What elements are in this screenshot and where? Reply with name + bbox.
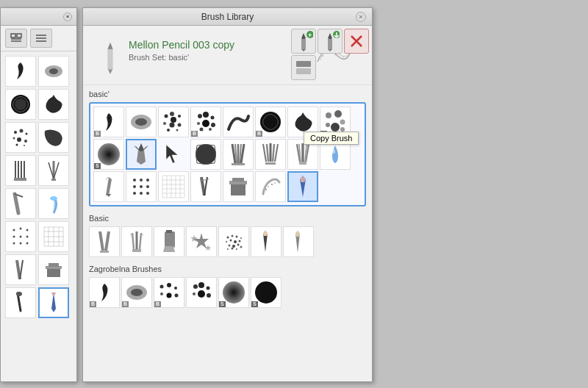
sidebar-brush-item[interactable] [5, 221, 36, 252]
sidebar-brush-item[interactable] [5, 89, 36, 120]
svg-point-181 [207, 293, 211, 298]
brush-item-selected[interactable] [126, 139, 157, 170]
brush-item[interactable] [223, 139, 254, 170]
brush-badge: B [256, 131, 262, 137]
sidebar-brush-item[interactable] [38, 221, 69, 252]
svg-point-113 [146, 192, 149, 195]
brush-item[interactable]: S [93, 139, 124, 170]
brush-badge: B [90, 301, 96, 307]
brush-item[interactable] [126, 171, 157, 202]
brush-item[interactable] [190, 139, 221, 170]
sidebar-brush-item[interactable] [5, 254, 36, 285]
brush-item[interactable]: B B [93, 107, 124, 137]
svg-rect-23 [14, 178, 26, 181]
brush-item[interactable] [283, 226, 314, 257]
svg-point-110 [146, 185, 149, 188]
import-button[interactable] [318, 29, 343, 54]
svg-point-45 [16, 292, 22, 296]
brush-item[interactable]: S [251, 277, 282, 308]
svg-point-18 [24, 145, 25, 146]
sidebar-close-button[interactable]: × [63, 12, 72, 21]
brush-item[interactable] [158, 171, 189, 202]
brush-item[interactable] [121, 226, 152, 257]
brush-set-name-basic-prime: basic' [89, 88, 366, 100]
svg-point-83 [211, 116, 215, 120]
svg-point-77 [178, 123, 182, 127]
flatten-button[interactable] [291, 55, 316, 80]
sidebar-brush-item[interactable] [5, 122, 36, 153]
brush-set-label: Brush Set: basic' [129, 53, 304, 62]
sidebar-brush-item[interactable] [5, 287, 36, 318]
brush-item[interactable] [186, 277, 217, 308]
svg-rect-125 [232, 178, 244, 182]
sidebar-title-bar: × [1, 8, 76, 26]
sidebar-brush-item[interactable] [38, 89, 69, 120]
svg-point-160 [232, 245, 235, 248]
svg-point-158 [239, 240, 241, 242]
brush-set-section-basic-prime: basic' B B [89, 88, 366, 206]
sidebar-layout-tool-1[interactable] [5, 29, 27, 48]
svg-rect-0 [11, 34, 15, 37]
brush-item[interactable]: B [154, 277, 184, 308]
add-set-button[interactable]: + [291, 29, 316, 54]
sidebar-brush-item-selected[interactable] [38, 287, 69, 318]
svg-point-71 [135, 118, 147, 126]
brush-set-section-zagrobelna: Zagrobelna Brushes B B [89, 263, 366, 308]
svg-marker-56 [301, 49, 306, 51]
delete-set-button[interactable] [344, 29, 369, 54]
brush-item[interactable] [223, 171, 254, 202]
brush-item-pencil-selected[interactable] [287, 171, 318, 202]
sidebar-brush-item[interactable] [5, 56, 36, 87]
svg-point-170 [160, 285, 164, 289]
svg-point-16 [24, 140, 27, 143]
sidebar-brush-item[interactable] [5, 188, 36, 219]
svg-point-15 [17, 137, 21, 142]
brush-item[interactable] [186, 226, 217, 257]
brush-item[interactable] [154, 226, 184, 257]
brush-item[interactable]: B [89, 277, 120, 308]
sidebar-brush-item[interactable] [38, 155, 69, 186]
svg-point-127 [268, 186, 269, 187]
brush-item[interactable] [255, 139, 286, 170]
brush-item[interactable] [255, 171, 286, 202]
svg-point-172 [174, 287, 177, 290]
brush-name: Mellon Pencil 003 copy [129, 39, 304, 51]
sidebar-layout-tool-2[interactable] [30, 29, 52, 48]
sidebar-brush-item[interactable] [38, 122, 69, 153]
svg-point-87 [200, 128, 204, 132]
svg-point-128 [271, 184, 273, 185]
brush-item[interactable] [223, 107, 254, 137]
sidebar-brush-item[interactable] [38, 254, 69, 285]
brush-set-name-zagrobelna: Zagrobelna Brushes [89, 263, 366, 275]
brush-item[interactable]: B [255, 107, 286, 137]
svg-point-95 [331, 123, 340, 132]
brush-item[interactable] [93, 171, 124, 202]
brush-item[interactable] [251, 226, 282, 257]
brush-item[interactable]: B [190, 107, 221, 137]
brush-badge: B [191, 131, 198, 137]
sidebar-brush-item[interactable] [38, 56, 69, 87]
brush-item[interactable] [218, 226, 249, 257]
brush-grid-basic [89, 226, 366, 257]
brush-item[interactable] [126, 107, 157, 137]
svg-point-97 [98, 143, 120, 165]
svg-point-88 [209, 128, 212, 131]
svg-point-154 [240, 237, 242, 239]
brush-item[interactable] [190, 171, 221, 202]
brush-item[interactable]: S [218, 277, 249, 308]
svg-rect-148 [132, 249, 141, 252]
svg-point-174 [167, 293, 172, 298]
sidebar-brush-item[interactable] [5, 155, 36, 186]
svg-point-175 [175, 294, 179, 298]
brush-item[interactable]: B [121, 277, 152, 308]
svg-point-14 [13, 137, 15, 140]
svg-point-32 [13, 242, 15, 245]
svg-point-73 [170, 112, 174, 116]
window-close-button[interactable]: × [356, 12, 366, 22]
svg-point-94 [326, 123, 330, 127]
brush-item[interactable] [89, 226, 120, 257]
svg-point-109 [140, 185, 143, 188]
brush-item[interactable] [158, 107, 189, 137]
svg-point-25 [50, 196, 57, 201]
sidebar-brush-item[interactable] [38, 188, 69, 219]
